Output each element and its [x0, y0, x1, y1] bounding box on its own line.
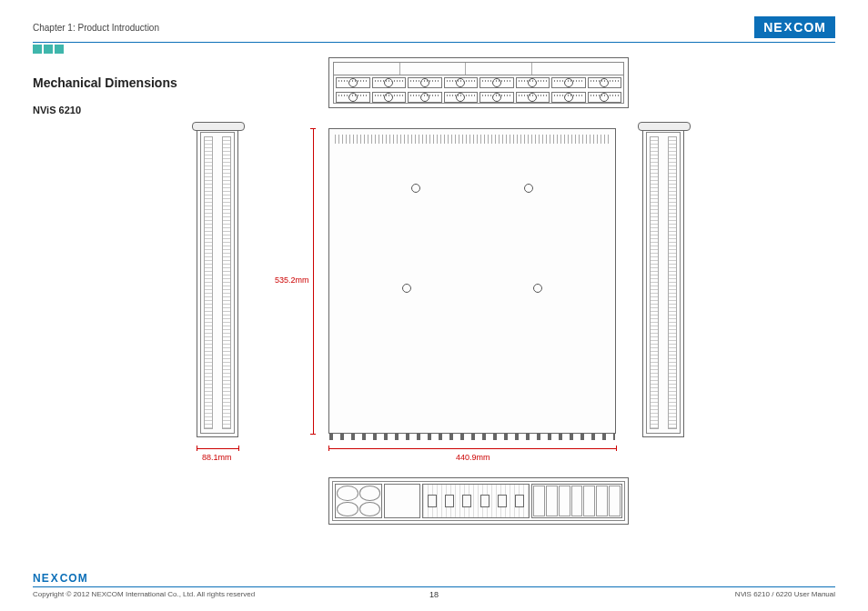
dim-line-width [328, 448, 616, 449]
decorative-square [55, 45, 64, 54]
left-side-view-drawing [197, 128, 238, 437]
logo-text-x: X [51, 572, 59, 585]
dim-line-side-width [197, 448, 238, 449]
decorative-square [33, 45, 42, 54]
dim-tick [197, 446, 197, 451]
dim-tick [328, 446, 329, 451]
footer-logo: NEXCOM [33, 572, 835, 585]
page-header: Chapter 1: Product Introduction NEXCOM [33, 16, 835, 38]
dim-line-depth [313, 128, 314, 434]
logo-text-right: COM [793, 20, 826, 35]
logo-text-left: NE [33, 572, 50, 585]
dim-label-depth: 535.2mm [275, 275, 309, 285]
footer-divider [33, 586, 835, 587]
page-footer: NEXCOM Copyright © 2012 NEXCOM Internati… [33, 572, 835, 598]
page-number: 18 [33, 590, 835, 599]
dim-tick [238, 446, 239, 451]
logo-text-left: NE [763, 20, 782, 35]
dim-label-width: 440.9mm [456, 453, 490, 462]
dim-tick [310, 128, 316, 129]
dim-label-side-width: 88.1mm [202, 453, 232, 462]
chapter-title: Chapter 1: Product Introduction [33, 23, 159, 33]
right-side-view-drawing [642, 128, 684, 437]
top-view-drawing [328, 128, 616, 434]
front-view-drawing [328, 57, 629, 108]
brand-logo: NEXCOM [754, 16, 835, 38]
logo-text-x: X [784, 20, 793, 34]
dim-tick [310, 434, 316, 435]
dim-tick [616, 446, 617, 451]
decorative-square [44, 45, 53, 54]
decorative-squares [33, 45, 835, 54]
logo-text-right: COM [60, 572, 88, 585]
content-area: Mechanical Dimensions NViS 6210 [33, 75, 835, 115]
header-divider [33, 42, 835, 43]
rear-view-drawing [328, 477, 629, 525]
